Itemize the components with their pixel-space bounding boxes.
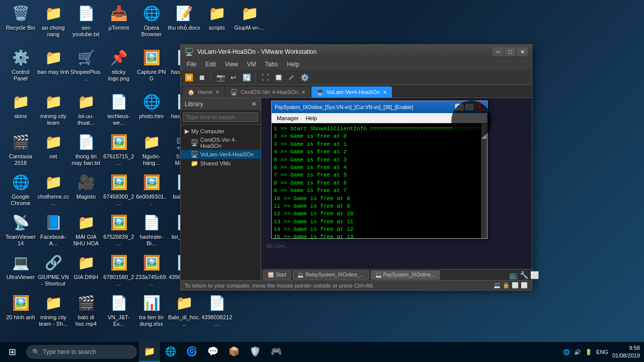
icon-label-sticky: sticky logo.png (103, 69, 135, 82)
desktop-icon-magisto[interactable]: 🎥 Magisto (68, 170, 104, 202)
tab-home-close[interactable]: ✕ (215, 89, 219, 95)
desktop-icon-techleus[interactable]: 📄 techleus-we... (101, 89, 137, 128)
stop-button[interactable]: ⏹ (196, 71, 208, 83)
relay-btn[interactable]: 💻 RelaySystem_IXOnline_... (293, 270, 369, 280)
desktop-icon-hashrate-bi[interactable]: 📄 hashrate-Bi... (133, 210, 170, 249)
desktop-icon-233a745c[interactable]: 🖼️ 233a745c69... (133, 250, 170, 289)
revert-button[interactable]: ↩ (227, 71, 239, 83)
desktop-icon-mining-city-team2[interactable]: 📁 mining city team - Sh... (35, 291, 71, 329)
taskbar-search[interactable]: 🔍 Type here to search (26, 345, 137, 359)
start-button[interactable]: ⊞ (0, 342, 24, 362)
menu-view[interactable]: View (221, 59, 242, 70)
ps-minimize-button[interactable]: ─ (455, 104, 464, 111)
tray-network[interactable]: 🌐 (563, 349, 570, 355)
close-button[interactable]: ✕ (517, 47, 528, 56)
library-close[interactable]: ✕ (252, 101, 257, 108)
paysystem-scrollbar[interactable] (481, 123, 487, 238)
desktop-icon-ultraviewer[interactable]: 💻 UltraViewer (3, 250, 39, 283)
desktop-icon-sticky[interactable]: 📌 sticky logo.png (101, 45, 137, 84)
taskbar-app-6[interactable]: 🛡️ (245, 342, 266, 362)
desktop-icon-scripts[interactable]: 📁 scripts (199, 1, 235, 33)
desktop-icon-mai-gia-nhu-hoa[interactable]: 📁 MAI GIA NHU HOA (68, 210, 104, 249)
maximize-button[interactable]: □ (505, 47, 516, 56)
desktop-icon-recycle-bin[interactable]: 🗑️ Recycle Bin (3, 1, 39, 33)
ps-maximize-button[interactable]: □ (465, 104, 474, 111)
ps-menu-manager[interactable]: Manager (274, 113, 301, 123)
desktop-icon-utorrent[interactable]: 📥 µTorrent (101, 1, 137, 33)
menu-tabs[interactable]: Tabs (261, 59, 282, 70)
settings-button[interactable]: ⚙️ (298, 71, 310, 83)
desktop-icon-net[interactable]: 📁 net (35, 130, 71, 162)
menu-help[interactable]: Help (283, 59, 303, 70)
fullscreen-button[interactable]: ⛶ (259, 71, 271, 83)
taskbar-app-edge[interactable]: 🌀 (181, 342, 202, 362)
desktop-icon-facebook-a[interactable]: 📘 Facebook-A... (35, 210, 71, 249)
desktop-icon-balo-di-hoc2[interactable]: 📁 Balo_di_hoc... (166, 291, 202, 329)
taskbar-app-7[interactable]: 🎮 (266, 342, 287, 362)
pay-btn[interactable]: 💻 PaySystem_IXOnline... (371, 270, 440, 280)
tray-volume[interactable]: 🔊 (574, 349, 581, 355)
menu-vm[interactable]: VM (243, 59, 260, 70)
snapshot-button[interactable]: 📷 (214, 71, 226, 83)
desktop-icon-toi-uu-thuat[interactable]: 📁 toi-uu-thuat... (68, 89, 104, 128)
desktop-icon-thong-tin[interactable]: 📄 thong tin may ban.txt (68, 130, 104, 168)
tray-lang[interactable]: ENG (596, 349, 608, 355)
taskbar-clock[interactable]: 9:58 01/08/2019 (612, 344, 644, 360)
desktop-icon-67801580[interactable]: 🖼️ 67801580_2... (101, 250, 137, 289)
unity-button[interactable]: 🔲 (272, 71, 284, 83)
desktop-icon-thu-nho[interactable]: 📝 thu nhỏ.docx (166, 1, 202, 33)
tab-centos-close[interactable]: ✕ (301, 89, 305, 95)
taskbar-app-chrome[interactable]: 🌐 (160, 342, 181, 362)
tab-home[interactable]: 🏠 Home ✕ (183, 86, 224, 98)
refresh-button[interactable]: 🔄 (240, 71, 253, 83)
ps-close-button[interactable]: ✕ (475, 104, 484, 111)
tree-volam[interactable]: 🖥️ VoLam-Ver4-HoaSOn (181, 150, 261, 159)
desktop-icon-4398038212[interactable]: 📄 4398038212... (199, 291, 235, 329)
desktop-icon-6e00d9301[interactable]: 🖼️ 6e00d9301... (133, 170, 170, 209)
desktop-icon-teamviewer[interactable]: 📡 TeamViewer 14 (3, 210, 39, 249)
desktop-icon-20-hinh-anh[interactable]: 🖼️ 20 hinh anh (3, 291, 39, 323)
start-btn[interactable]: 🪟 Start (263, 270, 291, 280)
desktop-icon-nguon-hang[interactable]: 📁 Nguôn-hàng... (133, 130, 170, 168)
desktop-icon-google-chrome[interactable]: 🌐 Google Chrome (3, 170, 39, 209)
tree-centos[interactable]: 🖥️ CentOS-Ver 4-HoaSOn (181, 136, 261, 150)
desktop-icon-control-panel[interactable]: ⚙️ Control Panel (3, 45, 39, 84)
menu-file[interactable]: File (183, 59, 200, 70)
desktop-icon-skins[interactable]: 📁 skins (3, 89, 39, 122)
desktop-icon-chotheme[interactable]: 📁 chotheme.cc... (35, 170, 71, 209)
library-search-input[interactable] (183, 112, 259, 122)
tab-volam[interactable]: 🖥️ VoLam-Ver4-HoaSOn ✕ (311, 86, 392, 98)
tree-shared-vms[interactable]: 📁 Shared VMs (181, 159, 261, 168)
desktop-icon-shopeeplus[interactable]: 🛒 ShopeePlus... (68, 45, 104, 84)
desktop-icon-gia-dinh[interactable]: 📁 GIA DINH (68, 250, 104, 283)
pause-button[interactable]: ⏸️ (183, 71, 195, 83)
stretch-button[interactable]: ⤢ (285, 71, 297, 83)
desktop-icon-opera[interactable]: 🌐 Opera Browser (133, 1, 170, 40)
desktop-icon-67526839[interactable]: 🖼️ 67526839_2... (101, 210, 137, 249)
minimize-button[interactable]: ─ (493, 47, 504, 56)
ps-menu-help[interactable]: Help (302, 113, 320, 123)
desktop-icon-615715[interactable]: 🖼️ 67615715_2... (101, 130, 137, 168)
desktop-icon-seo-youtube[interactable]: 📄 seo youtube.txt (68, 1, 104, 40)
tab-centos[interactable]: 🖥️ CentOS-Ver 4-HoaSOn ✕ (225, 86, 310, 98)
taskbar-app-5[interactable]: 📦 (223, 342, 245, 362)
taskbar-app-explorer[interactable]: 📁 (139, 342, 160, 362)
vm-screen[interactable]: PaySystem_IXOnline_[Sys:VN-vn]_[Cur:VN-v… (261, 98, 532, 269)
desktop-icon-ban-may-tinh[interactable]: 📁 ban may tinh (35, 45, 71, 77)
desktop-icon-camtasia[interactable]: 🎬 Camtasia 2018 (3, 130, 39, 168)
desktop-icon-ao-chong-nang[interactable]: 📁 ao chong nang (35, 1, 71, 40)
desktop-icon-67458300[interactable]: 🖼️ 67458300_2... (101, 170, 137, 209)
tree-my-computer[interactable]: ▶ My Computer (181, 127, 261, 136)
desktop-icon-giaupvm[interactable]: 📁 GiupM-vn-... (231, 1, 268, 33)
desktop-icon-photo[interactable]: 🌐 photo.htm (133, 89, 170, 122)
taskbar-app-teams[interactable]: 💬 (202, 342, 223, 362)
desktop-icon-balo-di-hoc[interactable]: 🎬 balo di hoc.mp4 (68, 291, 104, 329)
desktop-icon-giumevu[interactable]: 🔗 GIUPME.VN - Shortcut (35, 250, 71, 289)
desktop-icon-capture[interactable]: 🖼️ Capture.PNG (133, 45, 170, 84)
desktop-icon-tra-tien-tin[interactable]: 📊 tra tien tin dung.xlsx (133, 291, 170, 329)
tray-battery[interactable]: 🔋 (585, 349, 592, 355)
desktop-icon-mining-city-team[interactable]: 📁 mining city team (35, 89, 71, 128)
tab-volam-close[interactable]: ✕ (383, 89, 387, 95)
desktop-icon-vn-jt-ex[interactable]: 📄 VN_J&T-Ex... (101, 291, 137, 329)
menu-edit[interactable]: Edit (201, 59, 220, 70)
